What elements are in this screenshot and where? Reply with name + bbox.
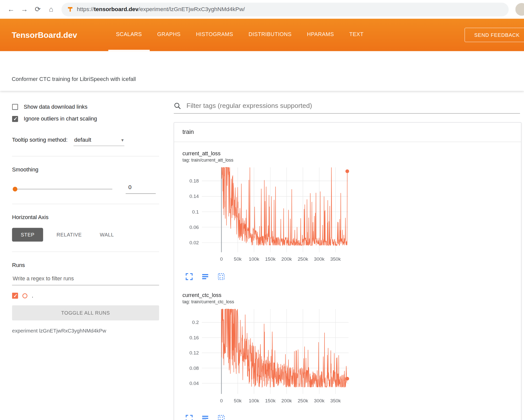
svg-text:0.1: 0.1 xyxy=(192,209,199,215)
run-name: . xyxy=(32,293,33,299)
tensorboard-favicon xyxy=(67,6,74,13)
svg-text:0.04: 0.04 xyxy=(189,381,199,386)
dropdown-caret-icon: ▾ xyxy=(121,137,124,143)
smoothing-label: Smoothing xyxy=(12,166,159,173)
fullscreen-icon xyxy=(185,273,193,281)
runs-selector-button[interactable] xyxy=(201,414,210,420)
expand-chart-button[interactable] xyxy=(185,414,194,420)
svg-text:0.08: 0.08 xyxy=(189,366,199,371)
ignore-outliers-checkbox[interactable] xyxy=(12,116,18,122)
content: Show data download links Ignore outliers… xyxy=(0,91,524,420)
svg-text:0.2: 0.2 xyxy=(192,320,199,325)
browser-chrome: ← → ⟳ ⌂ https://tensorboard.dev/experime… xyxy=(0,0,524,19)
run-row[interactable]: . xyxy=(12,293,159,299)
svg-text:0.14: 0.14 xyxy=(189,194,199,199)
smoothing-slider-thumb[interactable] xyxy=(13,187,17,191)
bars-icon xyxy=(201,414,209,420)
svg-text:200k: 200k xyxy=(281,256,292,262)
svg-text:100k: 100k xyxy=(249,256,259,262)
filter-tags-input[interactable] xyxy=(186,102,520,110)
settings-sidebar: Show data download links Ignore outliers… xyxy=(0,91,167,420)
svg-text:0.16: 0.16 xyxy=(189,335,199,340)
chart-title: current_att_loss xyxy=(183,151,351,157)
chart-title: current_ctc_loss xyxy=(183,292,351,298)
address-bar[interactable]: https://tensorboard.dev/experiment/lzGnE… xyxy=(62,3,509,16)
nav-tabs: SCALARSGRAPHSHISTOGRAMSDISTRIBUTIONSHPAR… xyxy=(108,19,371,51)
smoothing-slider[interactable] xyxy=(13,189,112,189)
toggle-all-runs-button[interactable]: TOGGLE ALL RUNS xyxy=(12,305,159,320)
tooltip-sorting-row: Tooltip sorting method: default ▾ xyxy=(12,137,159,146)
app-logo: TensorBoard.dev xyxy=(12,19,108,51)
search-icon xyxy=(174,102,181,109)
horizontal-axis-label: Horizontal Axis xyxy=(12,214,159,221)
divider xyxy=(12,252,159,252)
run-checkbox[interactable] xyxy=(12,293,18,299)
tab-text[interactable]: TEXT xyxy=(342,19,371,51)
fit-to-data-icon xyxy=(217,273,225,281)
reload-icon[interactable]: ⟳ xyxy=(32,4,43,15)
svg-text:250k: 250k xyxy=(298,398,308,403)
experiment-titlebar: Conformer CTC training for LibriSpeech w… xyxy=(0,51,524,91)
horizontal-axis-buttons: STEPRELATIVEWALL xyxy=(12,228,159,242)
svg-text:300k: 300k xyxy=(314,398,325,403)
chart-block: current_ctc_loss tag: train/current_ctc_… xyxy=(183,292,351,420)
send-feedback-button[interactable]: SEND FEEDBACK xyxy=(464,28,524,42)
show-download-label: Show data download links xyxy=(24,104,88,110)
tab-graphs[interactable]: GRAPHS xyxy=(150,19,188,51)
svg-text:0.12: 0.12 xyxy=(189,350,199,355)
tooltip-sorting-label: Tooltip sorting method: xyxy=(12,137,68,143)
runs-filter-input[interactable] xyxy=(12,274,159,285)
tooltip-sorting-select[interactable]: default ▾ xyxy=(74,137,124,146)
svg-text:100k: 100k xyxy=(249,398,259,403)
svg-text:350k: 350k xyxy=(330,398,341,403)
runs-selector-button[interactable] xyxy=(201,272,210,281)
chart-plot[interactable]: 050k100k150k200k250k300k350k0.020.060.10… xyxy=(183,165,351,269)
fullscreen-icon xyxy=(185,414,193,420)
chart-actions xyxy=(185,272,351,281)
tooltip-sorting-value: default xyxy=(74,137,91,143)
home-icon[interactable]: ⌂ xyxy=(45,4,57,15)
runs-label: Runs xyxy=(12,262,159,268)
smoothing-row: 0 xyxy=(12,184,159,194)
tab-hparams[interactable]: HPARAMS xyxy=(299,19,342,51)
ignore-outliers-label: Ignore outliers in chart scaling xyxy=(24,116,97,122)
svg-text:300k: 300k xyxy=(314,256,325,262)
svg-text:50k: 50k xyxy=(234,398,242,403)
fit-domain-button[interactable] xyxy=(217,414,226,420)
svg-text:0.18: 0.18 xyxy=(189,178,199,184)
fit-domain-button[interactable] xyxy=(217,272,226,281)
show-download-links-row[interactable]: Show data download links xyxy=(12,104,159,110)
card-header[interactable]: train xyxy=(174,123,521,142)
back-icon[interactable]: ← xyxy=(5,4,17,15)
tab-scalars[interactable]: SCALARS xyxy=(108,19,150,51)
divider xyxy=(12,204,159,204)
card-title: train xyxy=(183,129,194,136)
axis-option-wall[interactable]: WALL xyxy=(95,228,119,242)
svg-text:150k: 150k xyxy=(265,398,276,403)
divider xyxy=(12,156,159,156)
experiment-title: Conformer CTC training for LibriSpeech w… xyxy=(12,76,136,82)
chart-tag: tag: train/current_att_loss xyxy=(183,158,351,163)
smoothing-value-input[interactable]: 0 xyxy=(126,184,156,194)
charts-grid: current_att_loss tag: train/current_att_… xyxy=(174,142,521,420)
chart-tag: tag: train/current_ctc_loss xyxy=(183,299,351,304)
show-download-checkbox[interactable] xyxy=(12,104,18,110)
bars-icon xyxy=(201,273,209,281)
filter-tags-row xyxy=(174,102,520,114)
svg-text:50k: 50k xyxy=(234,256,242,262)
chart-block: current_att_loss tag: train/current_att_… xyxy=(183,151,351,281)
forward-icon[interactable]: → xyxy=(19,4,30,15)
experiment-id-label: experiment lzGnETjwRxC3yghNMd4kPw xyxy=(12,328,159,334)
tab-distributions[interactable]: DISTRIBUTIONS xyxy=(241,19,299,51)
svg-text:250k: 250k xyxy=(298,256,308,262)
axis-option-relative[interactable]: RELATIVE xyxy=(52,228,86,242)
avatar[interactable] xyxy=(515,3,524,16)
chart-actions xyxy=(185,414,351,420)
axis-option-step[interactable]: STEP xyxy=(12,228,43,242)
ignore-outliers-row[interactable]: Ignore outliers in chart scaling xyxy=(12,116,159,122)
main-panel: train current_att_loss tag: train/curren… xyxy=(167,91,524,420)
tab-histograms[interactable]: HISTOGRAMS xyxy=(188,19,241,51)
chart-plot[interactable]: 050k100k150k200k250k300k350k0.040.080.12… xyxy=(183,306,351,410)
url-text: https://tensorboard.dev/experiment/lzGnE… xyxy=(77,6,245,13)
expand-chart-button[interactable] xyxy=(185,272,194,281)
